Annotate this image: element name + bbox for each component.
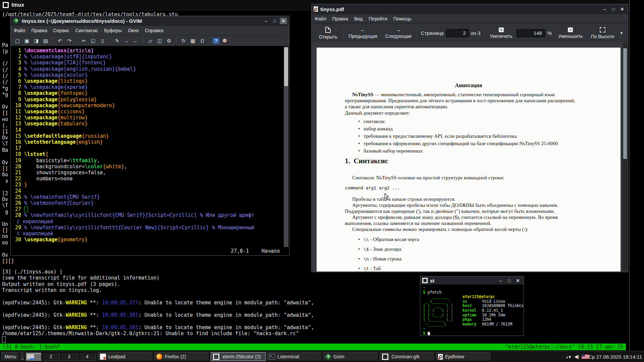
task-button-leafpad[interactable]: Leafpad (98, 352, 153, 361)
task-button-connman[interactable]: Connman-gtk (380, 352, 435, 361)
cut-icon[interactable]: ✂ (80, 37, 88, 45)
context-help-icon[interactable]: ☸ (221, 37, 229, 45)
maximize-button[interactable]: □ (610, 6, 617, 12)
redo-icon[interactable]: ↷ (65, 37, 73, 45)
gvim-menu-правка[interactable]: Правка (28, 28, 50, 33)
gvim-menu-синтаксис[interactable]: Синтаксис (72, 28, 101, 33)
pdf-menu-помощь[interactable]: Помощь (390, 16, 415, 21)
gvim-menu-буферы[interactable]: Буферы (101, 28, 125, 33)
st-titlebar[interactable]: st –□✕ (420, 277, 524, 285)
zoom-in-button[interactable]: + Увеличить (486, 27, 517, 39)
gvim-edit-area[interactable]: 1\documentclass{article}2% \usepackage[u… (11, 46, 289, 255)
text-segment: 6619M / 7622M (482, 322, 512, 326)
toolbar-separator (417, 26, 417, 40)
pdf-titlebar[interactable]: tinyss.pdf –□✕ (312, 4, 628, 14)
copy-icon[interactable]: ◱ (89, 37, 97, 45)
pdf-menu-перейти[interactable]: Перейти (366, 16, 390, 21)
task-button-epdfview[interactable]: Epdfview (436, 352, 491, 361)
gvim-menu-окно[interactable]: Окно (125, 28, 142, 33)
fit-height-button[interactable]: По Высоте (587, 27, 619, 39)
text-segment: {white} (103, 164, 124, 170)
gvim-scrollbar[interactable] (284, 47, 288, 247)
gvim-menu-сервис[interactable]: Сервис (50, 28, 72, 33)
pdf-escape-bullet-item: \\ - Обратная косая черта (364, 237, 419, 242)
open-file-icon[interactable]: ▢ (13, 37, 21, 45)
undo-icon[interactable]: ↶ (56, 37, 64, 45)
task-label: Firefox (2) (165, 354, 186, 359)
task-button-firefox[interactable]: Firefox (2) (154, 352, 209, 361)
toolbar-overflow-caret[interactable]: ▾ (618, 31, 625, 36)
editor-line: 20 backgroundcolor=\color{white}, (11, 164, 127, 170)
pdf-bullet-item: набор команд (364, 126, 393, 132)
pdf-section-heading: 1. Синтаксис (345, 158, 388, 164)
menu-button[interactable]: Menu (1, 352, 19, 361)
gvim-scrollbar-thumb[interactable] (284, 47, 288, 86)
close-button[interactable]: ✕ (280, 18, 287, 24)
gvim-titlebar[interactable]: tinyss.tex (~/Документы/docs/tinyss/docs… (11, 16, 289, 25)
open-button[interactable]: Открыть (315, 27, 341, 40)
tmux-status-right: "etar125@etarpc:~/docs" 19:13 27-авг-25 (505, 344, 623, 350)
load-session-icon[interactable]: ▱ (146, 37, 154, 45)
print-icon[interactable]: ▤ (42, 37, 50, 45)
pdf-escape-bullet-item: \t - Таб (364, 266, 381, 272)
task-button-xterm[interactable]: xterm-256color (2) (211, 352, 266, 361)
editor-line: 19 basicstyle=\ttfamily, (11, 158, 100, 164)
desktop-switch-4[interactable]: 4 (78, 352, 96, 361)
pdf-menu-правка[interactable]: Правка (329, 16, 351, 21)
desktop-switch-2[interactable]: 2 (42, 352, 60, 361)
line-number: 10 (11, 103, 21, 109)
gvim-menu-файл[interactable]: Файл (11, 28, 28, 33)
find-prev-icon[interactable]: ← (132, 37, 140, 45)
text-segment: backgroundcolor= (24, 164, 85, 170)
previous-page-button[interactable]: ← Предыдущая (344, 27, 381, 39)
pdf-scrollbar[interactable] (623, 42, 628, 272)
pdf-scrollbar-thumb[interactable] (623, 48, 627, 159)
text-segment: $ (423, 331, 428, 335)
page-number-input[interactable]: 2 (446, 29, 469, 37)
save-icon[interactable]: ▣ (23, 37, 31, 45)
pdf-menu-файл[interactable]: Файл (312, 16, 329, 21)
network-monitor-icon[interactable]: ▲▼ (565, 354, 572, 360)
run-script-icon[interactable]: ⚙ (165, 37, 173, 45)
maximize-button[interactable]: □ (505, 278, 513, 284)
line-number: 21 (11, 170, 21, 176)
terminal-line: [3] (./tinyss.aux) ) (2, 269, 63, 275)
volume-icon[interactable]: ◀) (575, 354, 579, 359)
st-terminal-content[interactable]: ~$ pfetch _______ etar125@etarpc _ \____… (421, 285, 523, 335)
make-icon[interactable]: ↻ (179, 37, 187, 45)
toolbar-separator (53, 38, 53, 44)
jump-tag-icon[interactable]: Ω (198, 37, 206, 45)
paste-icon[interactable]: ▯ (99, 37, 107, 45)
line-number: 9 (11, 97, 21, 103)
close-button[interactable]: ✕ (619, 6, 626, 12)
find-next-icon[interactable]: → (122, 37, 130, 45)
next-page-button[interactable]: → Следующая (381, 27, 416, 39)
maximize-button[interactable]: □ (271, 18, 278, 24)
zoom-input[interactable]: 148 (517, 29, 545, 37)
minimize-button[interactable]: – (262, 18, 270, 24)
minimize-button[interactable]: – (497, 278, 504, 284)
pdf-menu-вид[interactable]: Вид (351, 16, 366, 21)
pdf-paragraph-line: программирования. Предназначен для лёгко… (345, 98, 575, 104)
keyboard-layout-flag-icon[interactable] (582, 354, 589, 359)
minimize-button[interactable]: – (601, 6, 608, 12)
zoom-out-icon: − (568, 27, 573, 32)
shade-icon: _ (21, 354, 24, 359)
task-label: Lxterminal (277, 354, 299, 359)
build-tags-icon[interactable]: ▦ (189, 37, 197, 45)
find-replace-icon[interactable]: ✎ (113, 37, 121, 45)
task-button-lxterminal[interactable]: Lxterminal (267, 352, 322, 361)
close-button[interactable]: ✕ (514, 278, 522, 284)
clock[interactable]: Ср 27.08.2025 19:14:11 (588, 351, 642, 362)
save-session-icon[interactable]: ◫ (156, 37, 164, 45)
save-all-icon[interactable]: ◨ (32, 37, 40, 45)
text-segment: pkgs (463, 317, 482, 322)
desktop-switch-3[interactable]: 3 (60, 352, 78, 361)
shade-button[interactable]: _ (20, 352, 25, 361)
pager-desktop-1[interactable] (25, 352, 42, 361)
gvim-menu-справка[interactable]: Справка (142, 28, 166, 33)
editor-line: 13\usepackage{tabularx} (11, 121, 88, 127)
zoom-out-button[interactable]: − Уменьшить (554, 27, 587, 39)
help-icon[interactable]: ? (213, 38, 219, 44)
task-button-gvim[interactable]: Gvim (323, 352, 378, 361)
